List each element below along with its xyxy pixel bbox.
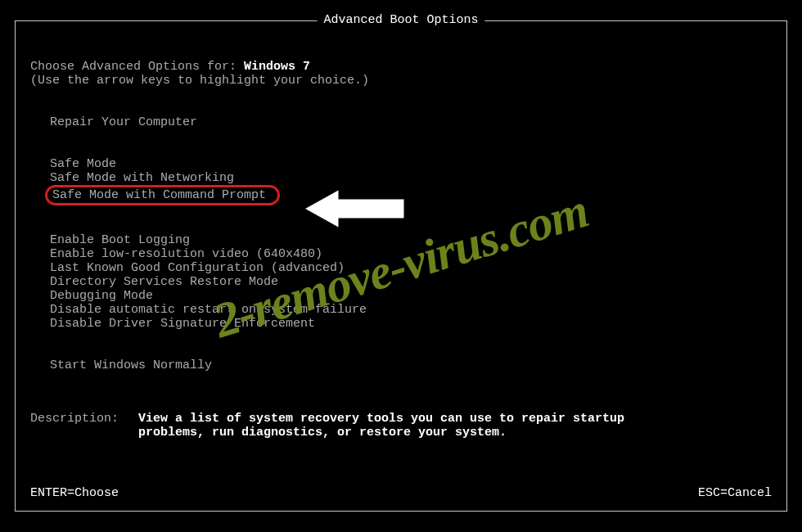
highlighted-item: Safe Mode with Command Prompt — [45, 185, 280, 205]
menu-item-start-normally[interactable]: Start Windows Normally — [50, 358, 772, 372]
menu-group-2: Enable Boot Logging Enable low-resolutio… — [50, 233, 772, 331]
menu-item-disable-auto-restart[interactable]: Disable automatic restart on system fail… — [50, 303, 772, 317]
menu-item-safe-mode-networking[interactable]: Safe Mode with Networking — [50, 171, 772, 185]
hint-line: (Use the arrow keys to highlight your ch… — [30, 74, 772, 88]
footer-esc: ESC=Cancel — [698, 486, 772, 500]
footer: ENTER=Choose ESC=Cancel — [30, 486, 772, 500]
description-block: Description: View a list of system recov… — [30, 412, 772, 440]
menu-item-low-res[interactable]: Enable low-resolution video (640x480) — [50, 247, 772, 261]
page-title: Advanced Boot Options — [317, 13, 484, 27]
description-text: View a list of system recovery tools you… — [138, 412, 662, 440]
menu-item-disable-sig-enf[interactable]: Disable Driver Signature Enforcement — [50, 317, 772, 331]
screen-frame: Advanced Boot Options Choose Advanced Op… — [15, 20, 787, 512]
menu-group-1: Safe Mode Safe Mode with Networking Safe… — [50, 157, 772, 205]
footer-enter: ENTER=Choose — [30, 486, 119, 500]
menu-item-boot-logging[interactable]: Enable Boot Logging — [50, 233, 772, 247]
menu-item-ds-restore[interactable]: Directory Services Restore Mode — [50, 275, 772, 289]
menu-item-safe-mode-cmd[interactable]: Safe Mode with Command Prompt — [50, 185, 772, 205]
menu-group-0: Repair Your Computer — [50, 115, 772, 129]
menu-item-debug[interactable]: Debugging Mode — [50, 289, 772, 303]
choose-line: Choose Advanced Options for: Windows 7 — [30, 60, 772, 74]
os-name: Windows 7 — [244, 60, 310, 74]
menu-item-last-known-good[interactable]: Last Known Good Configuration (advanced) — [50, 261, 772, 275]
menu: Repair Your Computer Safe Mode Safe Mode… — [30, 115, 772, 372]
menu-item-repair[interactable]: Repair Your Computer — [50, 115, 772, 129]
description-label: Description: — [30, 412, 138, 440]
choose-prefix: Choose Advanced Options for: — [30, 60, 244, 74]
content-area: Choose Advanced Options for: Windows 7 (… — [16, 21, 786, 440]
menu-group-3: Start Windows Normally — [50, 358, 772, 372]
menu-item-safe-mode[interactable]: Safe Mode — [50, 157, 772, 171]
